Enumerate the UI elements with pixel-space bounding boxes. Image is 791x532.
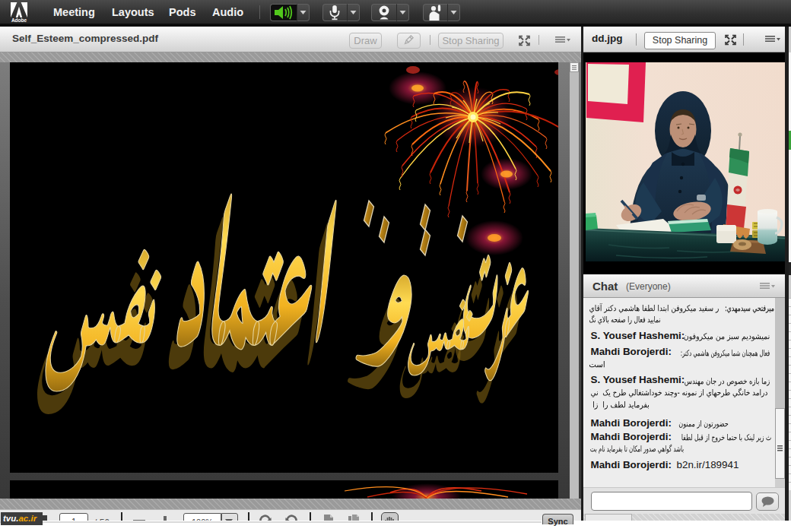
svg-text:Adobe: Adobe: [11, 17, 27, 23]
